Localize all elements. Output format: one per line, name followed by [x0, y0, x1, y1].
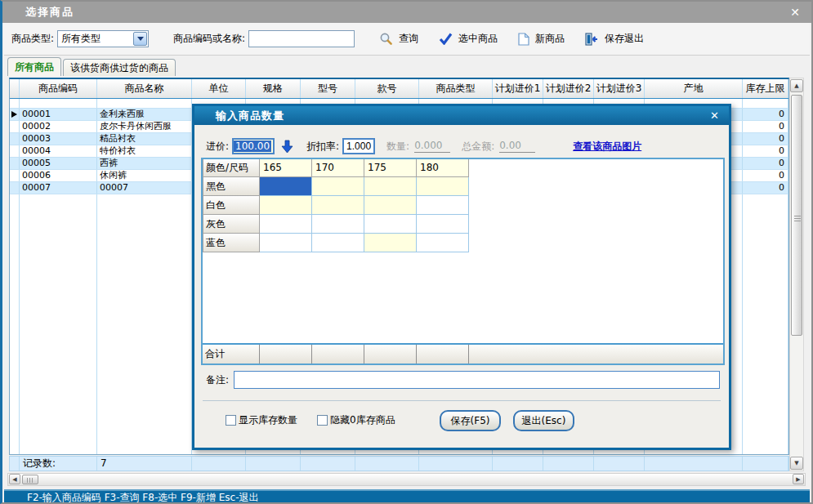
show-stock-checkbox[interactable]: 显示库存数量: [226, 413, 297, 427]
matrix-cell[interactable]: [417, 215, 469, 234]
chevron-down-icon[interactable]: [133, 32, 147, 46]
matrix-cell[interactable]: [364, 177, 417, 196]
matrix-cell[interactable]: [364, 196, 417, 215]
hide-zero-stock-checkbox[interactable]: 隐藏0库存商品: [317, 413, 395, 427]
cell-code[interactable]: 00006: [20, 170, 97, 181]
cell-name[interactable]: 00007: [97, 182, 192, 194]
matrix-cell[interactable]: [312, 177, 364, 196]
row-selector-arrow-icon: [11, 111, 17, 118]
matrix-cell[interactable]: [312, 234, 364, 252]
cell-name[interactable]: 皮尔卡丹休闲西服: [97, 121, 192, 132]
product-type-select[interactable]: 所有类型: [57, 30, 149, 47]
dialog-close-icon[interactable]: ✕: [710, 109, 719, 122]
vertical-scrollbar-thumb[interactable]: [791, 95, 802, 336]
dialog-titlebar: 输入商品数量 ✕: [194, 106, 729, 125]
save-exit-button[interactable]: 保存退出: [585, 32, 644, 46]
select-product-button[interactable]: 选中商品: [439, 32, 498, 46]
cell-code[interactable]: 00005: [20, 158, 97, 169]
table-header[interactable]: 规格: [246, 79, 301, 98]
table-header[interactable]: 款号: [355, 79, 419, 98]
cell-stock-upper[interactable]: 0: [743, 170, 788, 181]
horizontal-scrollbar-thumb[interactable]: [22, 475, 38, 484]
remark-row: 备注:: [206, 371, 720, 389]
cell-name[interactable]: 精品衬衣: [97, 133, 192, 145]
toolbar: 商品类型: 所有类型 商品编码或名称: 查询 选中商品 新商品: [4, 23, 810, 56]
cell-stock-upper[interactable]: 0: [743, 109, 788, 120]
horizontal-scrollbar[interactable]: ◀ ▶: [7, 473, 806, 486]
price-input[interactable]: 100.00: [232, 138, 275, 154]
cell-code[interactable]: 00002: [20, 121, 97, 132]
matrix-cell[interactable]: [417, 196, 469, 215]
status-bar: F2-输入商品编码 F3-查询 F8-选中 F9-新增 Esc-退出: [4, 489, 810, 504]
matrix-cell[interactable]: [312, 196, 364, 215]
table-header[interactable]: 商品类型: [419, 79, 493, 98]
scroll-right-icon[interactable]: ▶: [793, 474, 804, 484]
matrix-cell[interactable]: [260, 234, 312, 252]
checkbox-icon[interactable]: [317, 415, 328, 426]
window-close-icon[interactable]: ✕: [790, 6, 800, 19]
table-header[interactable]: 计划进价1: [493, 79, 543, 98]
tab-all-products[interactable]: 所有商品: [7, 57, 61, 76]
new-product-button[interactable]: 新商品: [518, 32, 565, 46]
scroll-down-icon[interactable]: ▼: [790, 457, 803, 470]
cell-name[interactable]: 金利来西服: [97, 109, 192, 120]
discount-label: 折扣率:: [306, 140, 339, 154]
cell-code[interactable]: 00007: [20, 182, 97, 194]
matrix-color-header: 灰色: [203, 215, 260, 234]
matrix-cell[interactable]: [260, 177, 312, 196]
cell-code[interactable]: 00004: [20, 145, 97, 157]
cell-stock-upper[interactable]: 0: [743, 158, 788, 169]
matrix-cell[interactable]: [260, 196, 312, 215]
new-product-button-label: 新商品: [535, 32, 565, 46]
tab-supplier-products[interactable]: 该供货商供过货的商品: [63, 59, 176, 76]
query-button[interactable]: 查询: [379, 32, 418, 46]
vertical-scrollbar[interactable]: ▲ ▼: [789, 78, 804, 471]
total-amount-value: 0.00: [499, 140, 535, 153]
cell-stock-upper[interactable]: 0: [743, 121, 788, 132]
record-count-label: 记录数:: [20, 457, 97, 471]
matrix-cell[interactable]: [417, 234, 469, 252]
table-header[interactable]: 商品名称: [97, 79, 192, 98]
quantity-value: 0.000: [414, 140, 450, 153]
quantity-label: 数量:: [386, 140, 409, 154]
cell-name[interactable]: 西裤: [97, 158, 192, 169]
table-header[interactable]: 计划进价3: [594, 79, 645, 98]
matrix-cell[interactable]: [417, 177, 469, 196]
table-header[interactable]: 计划进价2: [543, 79, 594, 98]
exit-button[interactable]: 退出(Esc): [513, 410, 574, 431]
down-arrow-icon[interactable]: [281, 140, 293, 154]
cell-stock-upper[interactable]: 0: [743, 145, 788, 157]
table-header[interactable]: 商品编码: [20, 79, 97, 98]
matrix-corner-header: 颜色/尺码: [203, 159, 260, 177]
matrix-cell[interactable]: [364, 234, 417, 252]
table-header[interactable]: 单位: [192, 79, 246, 98]
cell-code[interactable]: 00001: [20, 109, 97, 120]
checkbox-icon[interactable]: [226, 415, 236, 426]
cell-code[interactable]: 00003: [20, 133, 97, 145]
matrix-cell[interactable]: [260, 215, 312, 234]
save-button[interactable]: 保存(F5): [440, 410, 501, 431]
new-document-icon: [518, 33, 529, 46]
scroll-up-icon[interactable]: ▲: [790, 79, 803, 92]
cell-name[interactable]: 休闲裤: [97, 170, 192, 181]
matrix-cell[interactable]: [312, 215, 364, 234]
check-icon: [439, 33, 453, 45]
tab-supplier-products-label: 该供货商供过货的商品: [70, 61, 168, 75]
discount-input[interactable]: [342, 138, 375, 154]
status-hotkeys: F2-输入商品编码 F3-查询 F8-选中 F9-新增 Esc-退出: [27, 491, 259, 504]
view-product-image-link[interactable]: 查看该商品图片: [573, 140, 641, 154]
matrix-total-row: 合计: [203, 343, 723, 364]
cell-stock-upper[interactable]: 0: [743, 182, 788, 194]
remark-input[interactable]: [234, 371, 720, 389]
table-header[interactable]: 型号: [301, 79, 355, 98]
dialog-bottom-bar: 显示库存数量 隐藏0库存商品 保存(F5) 退出(Esc): [194, 410, 729, 433]
cell-name[interactable]: 特价衬衣: [97, 145, 192, 157]
table-header[interactable]: 产地: [645, 79, 743, 98]
product-type-value: 所有类型: [58, 32, 133, 46]
table-header[interactable]: 库存上限: [743, 79, 788, 98]
search-input[interactable]: [248, 30, 355, 47]
scroll-left-icon[interactable]: ◀: [9, 474, 20, 484]
cell-stock-upper[interactable]: 0: [743, 133, 788, 145]
save-exit-button-label: 保存退出: [605, 32, 644, 46]
matrix-cell[interactable]: [364, 215, 417, 234]
